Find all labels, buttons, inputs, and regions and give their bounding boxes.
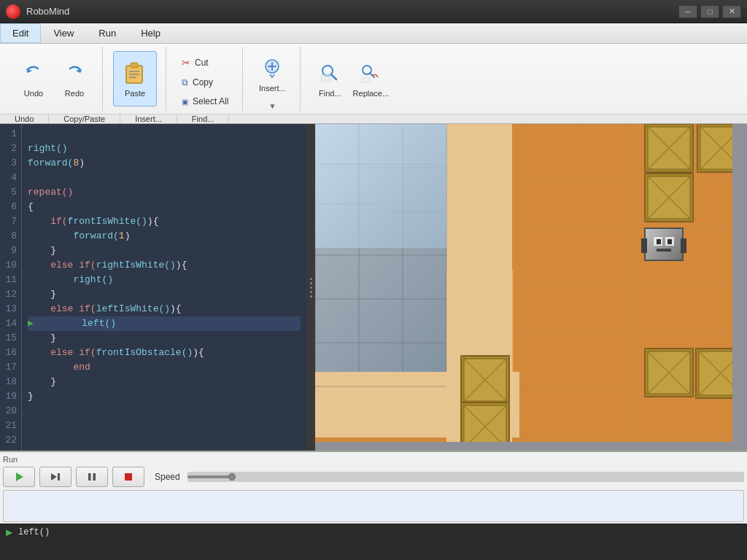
paste-button[interactable]: Paste	[113, 51, 157, 106]
replace-icon	[357, 60, 384, 86]
menu-item-help[interactable]: Help	[128, 23, 173, 43]
cut-button[interactable]: ✂ Cut	[177, 54, 233, 71]
world-view	[315, 124, 747, 451]
menu-item-edit[interactable]: Edit	[0, 23, 41, 43]
vertical-divider[interactable]	[306, 124, 315, 451]
find-label: Find...	[319, 89, 341, 98]
copy-label: Copy	[193, 77, 213, 88]
redo-icon	[61, 60, 88, 86]
run-controls: Speed	[3, 467, 744, 487]
close-button[interactable]: ✕	[722, 5, 741, 18]
minimize-button[interactable]: ─	[678, 5, 697, 18]
line-numbers: 12345678910111213141516171819202122	[0, 124, 22, 451]
insert-dropdown-icon[interactable]: ▼	[268, 102, 276, 110]
ribbon-group-find: Find... Replace...	[302, 47, 398, 111]
run-label: Run	[3, 455, 744, 464]
undo-icon	[20, 60, 47, 86]
select-all-icon: ▣	[182, 98, 188, 106]
svg-marker-16	[51, 473, 57, 481]
code-line-5[interactable]: repeat()	[28, 185, 301, 200]
ribbon-tabs: Undo Copy/Paste Insert... Find...	[0, 114, 747, 123]
select-all-label: Select All	[193, 96, 228, 106]
code-editor[interactable]: 12345678910111213141516171819202122 righ…	[0, 124, 306, 451]
maximize-button[interactable]: □	[700, 5, 719, 18]
main-area: 12345678910111213141516171819202122 righ…	[0, 124, 747, 451]
tab-copy-paste[interactable]: Copy/Paste	[49, 114, 120, 123]
redo-button[interactable]: Redo	[55, 53, 93, 104]
insert-label: Insert...	[259, 84, 286, 93]
status-bar: ▶ left()	[0, 524, 747, 540]
replace-label: Replace...	[353, 89, 390, 98]
divider-dot	[310, 282, 312, 284]
ribbon: Undo Redo	[0, 44, 747, 124]
app-icon	[6, 4, 20, 19]
code-line-11[interactable]: right()	[28, 273, 301, 287]
ribbon-group-cut-copy: ✂ Cut ⧉ Copy ▣ Select All	[168, 47, 243, 111]
copy-icon: ⧉	[182, 77, 188, 88]
titlebar-controls: ─ □ ✕	[678, 5, 741, 18]
code-content[interactable]: right()forward(8)repeat(){ if(frontIsWhi…	[22, 124, 306, 451]
run-output	[3, 490, 744, 522]
speed-slider[interactable]	[187, 472, 744, 482]
divider-dot	[310, 291, 312, 293]
svg-rect-1	[131, 63, 138, 68]
code-line-4[interactable]	[28, 171, 301, 185]
svg-rect-14	[362, 77, 371, 82]
code-line-8[interactable]: forward(1)	[28, 229, 301, 244]
code-line-15[interactable]: }	[28, 331, 301, 346]
code-line-9[interactable]: }	[28, 244, 301, 258]
code-line-10[interactable]: else if(rightIsWhite()){	[28, 258, 301, 273]
code-line-16[interactable]: else if(frontIsObstacle()){	[28, 346, 301, 360]
status-arrow-icon: ▶	[6, 527, 12, 537]
insert-icon	[259, 55, 285, 81]
ribbon-content: Undo Redo	[0, 44, 747, 114]
insert-button[interactable]: Insert...	[253, 48, 291, 99]
divider-dot	[310, 295, 312, 298]
tab-undo[interactable]: Undo	[0, 114, 49, 123]
play-button[interactable]	[3, 467, 35, 487]
paste-icon	[122, 60, 148, 86]
code-line-12[interactable]: }	[28, 287, 301, 302]
titlebar-left: RoboMind	[6, 4, 69, 19]
code-line-2[interactable]: right()	[28, 141, 301, 156]
cut-label: Cut	[195, 58, 209, 68]
svg-line-10	[331, 74, 336, 79]
current-line-arrow: ▶	[28, 316, 34, 331]
svg-rect-17	[58, 473, 60, 481]
run-panel: Run Speed	[0, 451, 747, 524]
divider-dot	[310, 278, 312, 280]
select-all-button[interactable]: ▣ Select All	[177, 93, 233, 109]
menu-item-view[interactable]: View	[41, 23, 86, 43]
code-line-17[interactable]: end	[28, 360, 301, 375]
find-button[interactable]: Find...	[311, 53, 349, 104]
pause-button[interactable]	[76, 467, 108, 487]
cut-icon: ✂	[182, 57, 190, 69]
code-line-14[interactable]: ▶ left()	[28, 316, 301, 331]
ribbon-group-insert: Insert... ▼	[244, 47, 301, 111]
code-line-6[interactable]: {	[28, 200, 301, 214]
app-title: RoboMind	[26, 6, 69, 17]
code-line-18[interactable]: }	[28, 375, 301, 389]
copy-button[interactable]: ⧉ Copy	[177, 74, 233, 90]
find-icon	[317, 60, 343, 86]
code-line-22[interactable]	[28, 433, 301, 448]
code-line-1[interactable]	[28, 127, 301, 141]
stop-button[interactable]	[112, 467, 144, 487]
step-button[interactable]	[39, 467, 71, 487]
speed-label: Speed	[155, 472, 180, 482]
code-line-21[interactable]	[28, 419, 301, 433]
code-line-3[interactable]: forward(8)	[28, 156, 301, 171]
menu-item-run[interactable]: Run	[86, 23, 128, 43]
code-line-19[interactable]: }	[28, 389, 301, 404]
replace-button[interactable]: Replace...	[352, 53, 390, 104]
svg-rect-19	[93, 473, 96, 481]
redo-label: Redo	[65, 89, 84, 98]
status-text: left()	[18, 527, 50, 537]
code-line-7[interactable]: if(frontIsWhite()){	[28, 214, 301, 229]
tab-find[interactable]: Find...	[177, 114, 230, 123]
code-line-20[interactable]	[28, 404, 301, 419]
undo-button[interactable]: Undo	[15, 53, 53, 104]
svg-rect-20	[125, 473, 132, 481]
tab-insert[interactable]: Insert...	[120, 114, 177, 123]
code-line-13[interactable]: else if(leftIsWhite()){	[28, 302, 301, 316]
